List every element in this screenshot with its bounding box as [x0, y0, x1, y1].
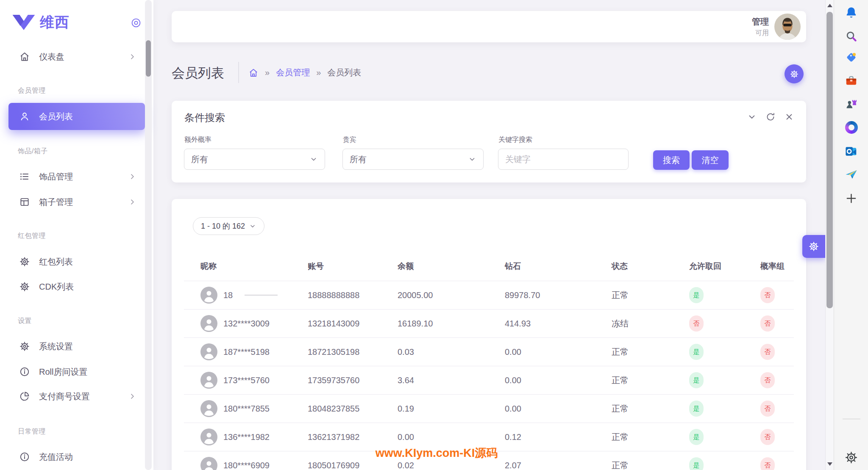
sidebar-item-box-mgmt[interactable]: 箱子管理 [8, 190, 145, 214]
scroll-down-arrow-icon[interactable] [827, 462, 832, 466]
sidebar-item-label: 会员列表 [39, 111, 145, 122]
filter-card-title: 条件搜索 [184, 111, 225, 124]
column-header[interactable]: 昵称 [184, 261, 308, 272]
allow-badge: 否 [689, 315, 704, 332]
brand-name: 维西 [40, 13, 70, 32]
table-row[interactable]: 132****3009 13218143009 16189.10 414.93 … [184, 309, 794, 337]
nickname: 187****5198 [223, 347, 270, 357]
status: 正常 [612, 375, 689, 386]
balance: 0.03 [398, 347, 505, 357]
sidebar-scrollbar[interactable] [145, 0, 152, 470]
extra-probability-select[interactable]: 所有 [184, 149, 325, 170]
table-row[interactable]: 187****5198 18721305198 0.03 0.00 正常 是 否 [184, 337, 794, 366]
table-row[interactable]: 18 18888888888 20005.00 89978.70 正常 是 否 [184, 281, 794, 309]
toolbox-icon[interactable] [844, 74, 858, 88]
microsoft-365-icon[interactable] [845, 121, 858, 134]
user-menu[interactable]: 管理 可用 [752, 11, 801, 42]
send-plane-icon[interactable] [844, 167, 858, 181]
keyword-input[interactable] [498, 149, 629, 170]
sidebar-item-payment-merchant-settings[interactable]: 支付商号设置 [8, 384, 145, 408]
sidebar-item-roll-room-settings[interactable]: Roll房间设置 [8, 360, 145, 384]
scroll-up-arrow-icon[interactable] [827, 4, 832, 7]
refresh-icon[interactable] [765, 112, 776, 122]
diamond: 0.12 [505, 432, 612, 442]
home-icon[interactable] [248, 68, 259, 78]
column-header[interactable]: 概率组 [760, 261, 794, 272]
diamond: 0.00 [505, 376, 612, 385]
breadcrumb-separator: » [265, 68, 270, 77]
sidebar-item-redpacket-list[interactable]: 红包列表 [8, 250, 145, 274]
page-scrollbar-thumb[interactable] [826, 12, 833, 308]
column-header[interactable]: 账号 [308, 261, 398, 272]
member-avatar-icon [200, 372, 217, 389]
sidebar-collapse-icon[interactable] [131, 17, 142, 28]
customizer-gear-button[interactable] [802, 235, 825, 258]
search-button[interactable]: 搜索 [653, 150, 690, 170]
status: 正常 [612, 403, 689, 415]
avatar[interactable] [774, 14, 801, 40]
field-label: 贵宾 [343, 135, 356, 144]
info-icon [19, 366, 30, 377]
page-settings-button[interactable] [785, 64, 804, 83]
pagination-dropdown[interactable]: 1 - 10 的 162 [193, 217, 264, 235]
nickname: 173****5760 [223, 376, 270, 385]
column-header[interactable]: 状态 [612, 261, 689, 272]
status: 正常 [612, 290, 689, 301]
clear-button[interactable]: 清空 [692, 150, 729, 170]
page-scrollbar[interactable] [825, 0, 834, 470]
prob-badge: 否 [760, 315, 775, 332]
info-icon [19, 451, 30, 462]
member-table: 昵称 账号 余额 钻石 状态 允许取回 概率组 18 18888888888 2… [184, 252, 794, 470]
table-row[interactable]: 180****7855 18048237855 0.19 0.00 正常 是 否 [184, 394, 794, 423]
column-header[interactable]: 钻石 [505, 261, 612, 272]
sidebar-item-system-settings[interactable]: 系统设置 [8, 335, 145, 358]
sidebar-item-label: 充值活动 [39, 451, 145, 463]
column-header[interactable]: 允许取回 [689, 261, 760, 272]
allow-badge: 是 [689, 344, 704, 360]
allow-badge: 是 [689, 401, 704, 417]
user-icon [19, 111, 30, 122]
field-label: 额外概率 [184, 135, 211, 144]
sidebar: 维西 仪表盘 会员管理 会员列表 饰品/箱子 饰品管理 箱子管理 红包管理 [0, 0, 153, 470]
sidebar-scrollbar-thumb[interactable] [146, 40, 151, 77]
breadcrumb-link[interactable]: 会员管理 [276, 67, 310, 78]
prob-badge: 否 [760, 401, 775, 417]
games-chess-icon[interactable] [844, 97, 858, 111]
field-label: 关键字搜索 [498, 135, 532, 144]
sidebar-item-label: CDK列表 [39, 281, 145, 293]
account: 13621371982 [308, 432, 398, 442]
collapse-chevron-icon[interactable] [747, 112, 757, 122]
prob-badge: 否 [760, 287, 775, 303]
add-icon[interactable] [844, 191, 858, 205]
sidebar-item-label: 箱子管理 [39, 196, 128, 208]
vip-select[interactable]: 所有 [342, 149, 484, 170]
home-icon [19, 51, 30, 62]
sidebar-item-cdk-list[interactable]: CDK列表 [8, 275, 145, 299]
list-icon [19, 171, 30, 182]
sidebar-item-dashboard[interactable]: 仪表盘 [8, 45, 145, 69]
outlook-icon[interactable] [844, 144, 858, 158]
shopping-tag-icon[interactable] [844, 50, 858, 64]
sidebar-section-label: 设置 [18, 317, 32, 326]
account: 18048237855 [308, 404, 398, 414]
nickname: 180****7855 [223, 404, 270, 414]
notifications-bell-icon[interactable] [844, 6, 858, 20]
sidebar-item-ornament-mgmt[interactable]: 饰品管理 [8, 165, 145, 188]
sidebar-section-label: 饰品/箱子 [18, 147, 48, 156]
close-icon[interactable] [784, 112, 794, 122]
status: 正常 [612, 346, 689, 358]
search-icon[interactable] [844, 29, 858, 43]
settings-gear-icon[interactable] [844, 451, 858, 464]
sidebar-section-label: 红包管理 [18, 232, 46, 241]
pagination-label: 1 - 10 的 162 [201, 221, 245, 231]
prob-badge: 否 [760, 429, 775, 445]
sidebar-item-member-list[interactable]: 会员列表 [8, 103, 145, 130]
member-avatar-icon [200, 457, 217, 470]
column-header[interactable]: 余额 [398, 261, 505, 272]
status: 冻结 [612, 318, 689, 329]
table-row[interactable]: 173****5760 17359735760 3.64 0.00 正常 是 否 [184, 366, 794, 394]
chevron-down-icon [309, 155, 318, 163]
strip-divider [843, 419, 860, 419]
topbar: 管理 可用 [172, 11, 806, 42]
sidebar-item-recharge-activity[interactable]: 充值活动 [8, 445, 145, 469]
